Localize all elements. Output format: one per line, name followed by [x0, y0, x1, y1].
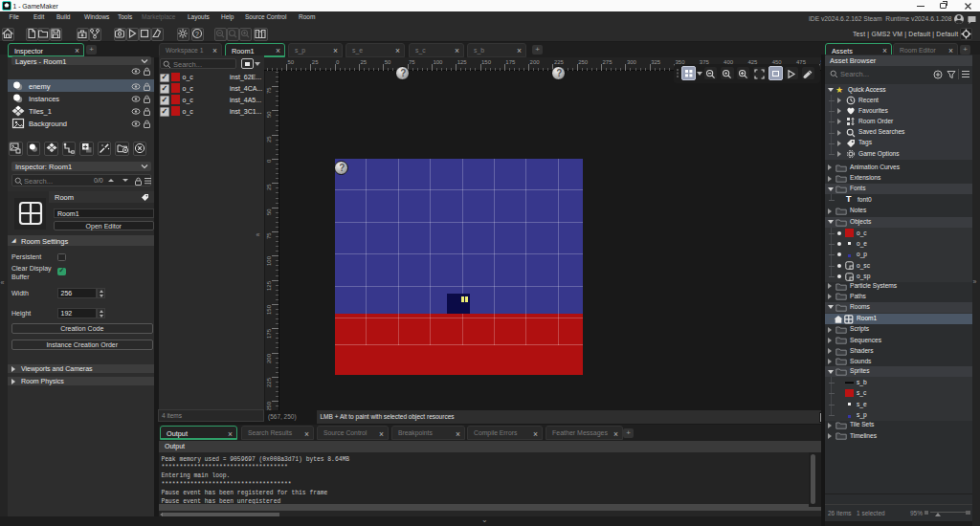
svg-text:?: ?	[195, 31, 199, 37]
